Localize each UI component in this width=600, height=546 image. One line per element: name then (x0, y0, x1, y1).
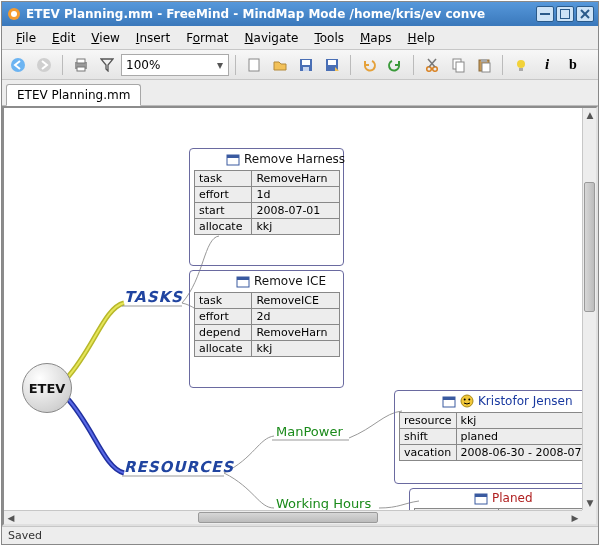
node-manpower[interactable]: ManPower (276, 424, 343, 439)
svg-rect-27 (519, 68, 523, 71)
menu-tools[interactable]: Tools (306, 29, 352, 47)
status-text: Saved (8, 529, 42, 542)
bold-button[interactable]: b (561, 53, 585, 77)
italic-button[interactable]: i (535, 53, 559, 77)
maximize-button[interactable] (556, 6, 574, 22)
menu-maps[interactable]: Maps (352, 29, 400, 47)
scrollbar-horizontal[interactable]: ◀ ▶ (4, 510, 582, 524)
redo-button[interactable] (383, 53, 407, 77)
svg-rect-14 (303, 67, 309, 71)
minimize-button[interactable] (536, 6, 554, 22)
svg-rect-22 (456, 62, 464, 72)
svg-point-26 (517, 60, 525, 68)
scroll-thumb-v[interactable] (584, 182, 595, 312)
save-as-button[interactable] (320, 53, 344, 77)
tab-row: ETEV Planning.mm (2, 80, 598, 106)
paste-button[interactable] (472, 53, 496, 77)
svg-point-17 (427, 66, 432, 71)
node-root[interactable]: ETEV (22, 363, 72, 413)
calendar-icon (442, 394, 456, 408)
save-button[interactable] (294, 53, 318, 77)
smiley-icon (460, 394, 474, 408)
window-title: ETEV Planning.mm - FreeMind - MindMap Mo… (26, 7, 534, 21)
svg-rect-13 (302, 60, 310, 65)
table-row: vacation2008-06-30 - 2008-07-12 (400, 445, 599, 461)
titlebar[interactable]: ETEV Planning.mm - FreeMind - MindMap Mo… (2, 2, 598, 26)
chevron-down-icon: ▾ (212, 58, 228, 72)
table-row: resourcekkj (400, 413, 599, 429)
table-row: shiftplaned (400, 429, 599, 445)
svg-rect-37 (443, 397, 455, 400)
svg-point-6 (11, 58, 25, 72)
grid-remove-harness[interactable]: taskRemoveHarn effort1d start2008-07-01 … (194, 170, 340, 235)
grid-remove-ice[interactable]: taskRemoveICE effort2d dependRemoveHarn … (194, 292, 340, 357)
svg-rect-24 (481, 59, 487, 62)
table-row: effort1d (195, 187, 340, 203)
table-row: workinghourssat 7:00 - 9:00 (415, 525, 599, 527)
calendar-icon (226, 152, 240, 166)
svg-rect-2 (540, 13, 550, 15)
close-button[interactable] (576, 6, 594, 22)
node-person[interactable]: Kristofor Jensen (442, 394, 573, 408)
svg-line-20 (428, 59, 435, 67)
svg-point-39 (464, 399, 466, 401)
scroll-up-icon[interactable]: ▲ (583, 108, 597, 122)
table-row: taskRemoveICE (195, 293, 340, 309)
svg-rect-25 (482, 63, 490, 72)
grid-person[interactable]: resourcekkj shiftplaned vacation2008-06-… (399, 412, 598, 461)
node-tasks[interactable]: TASKS (124, 288, 183, 306)
menu-view[interactable]: View (83, 29, 127, 47)
scroll-thumb-h[interactable] (198, 512, 378, 523)
filter-button[interactable] (95, 53, 119, 77)
menu-format[interactable]: Format (178, 29, 236, 47)
svg-rect-3 (560, 9, 570, 19)
zoom-value: 100% (126, 58, 160, 72)
canvas[interactable]: ETEV TASKS RESOURCES Remove Harness task… (2, 106, 598, 526)
node-planed[interactable]: Planed (474, 491, 533, 505)
svg-rect-9 (77, 59, 85, 63)
calendar-icon (236, 274, 250, 288)
menu-file[interactable]: File (8, 29, 44, 47)
svg-point-18 (433, 66, 438, 71)
print-button[interactable] (69, 53, 93, 77)
calendar-icon (474, 491, 488, 505)
app-icon (6, 6, 22, 22)
menu-help[interactable]: Help (400, 29, 443, 47)
scroll-right-icon[interactable]: ▶ (568, 511, 582, 525)
forward-button[interactable] (32, 53, 56, 77)
undo-button[interactable] (357, 53, 381, 77)
svg-point-40 (468, 399, 470, 401)
toolbar: 100% ▾ i b (2, 50, 598, 80)
svg-rect-16 (328, 60, 336, 65)
open-button[interactable] (268, 53, 292, 77)
node-working-hours[interactable]: Working Hours (276, 496, 371, 511)
tab-active[interactable]: ETEV Planning.mm (6, 84, 141, 106)
table-row: start2008-07-01 (195, 203, 340, 219)
node-remove-ice[interactable]: Remove ICE (236, 274, 326, 288)
menu-edit[interactable]: Edit (44, 29, 83, 47)
copy-button[interactable] (446, 53, 470, 77)
table-row: allocatekkj (195, 219, 340, 235)
node-remove-harness[interactable]: Remove Harness (226, 152, 345, 166)
svg-point-38 (461, 395, 473, 407)
back-button[interactable] (6, 53, 30, 77)
scroll-left-icon[interactable]: ◀ (4, 511, 18, 525)
svg-point-1 (11, 11, 17, 17)
cut-button[interactable] (420, 53, 444, 77)
svg-rect-11 (249, 59, 259, 71)
scrollbar-vertical[interactable]: ▲ ▼ (582, 108, 596, 510)
menu-navigate[interactable]: Navigate (237, 29, 307, 47)
scroll-down-icon[interactable]: ▼ (583, 496, 597, 510)
menubar: File Edit View Insert Format Navigate To… (2, 26, 598, 50)
svg-point-7 (37, 58, 51, 72)
new-button[interactable] (242, 53, 266, 77)
svg-rect-35 (237, 277, 249, 280)
node-resources[interactable]: RESOURCES (124, 458, 234, 476)
table-row: dependRemoveHarn (195, 325, 340, 341)
menu-insert[interactable]: Insert (128, 29, 178, 47)
zoom-combo[interactable]: 100% ▾ (121, 54, 229, 76)
table-row: allocatekkj (195, 341, 340, 357)
table-row: effort2d (195, 309, 340, 325)
svg-rect-42 (475, 494, 487, 497)
idea-button[interactable] (509, 53, 533, 77)
